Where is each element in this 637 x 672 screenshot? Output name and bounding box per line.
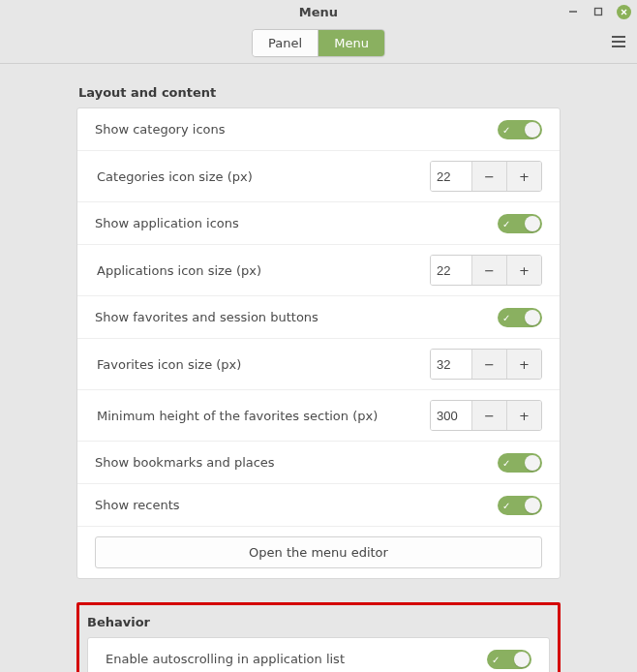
row-show-application-icons: Show application icons ✓ [77, 202, 560, 245]
label-enable-autoscroll: Enable autoscrolling in application list [106, 652, 345, 666]
close-button[interactable] [617, 5, 631, 19]
row-favorites-icon-size: Favorites icon size (px) − + [77, 339, 560, 390]
input-applications-icon-size[interactable] [431, 256, 471, 285]
stepper-minus-icon[interactable]: − [471, 162, 506, 191]
toggle-knob [525, 216, 540, 231]
label-show-recents: Show recents [95, 498, 180, 512]
label-show-bookmarks: Show bookmarks and places [95, 455, 275, 470]
spinner-applications-icon-size: − + [430, 255, 542, 286]
row-show-recents: Show recents ✓ [77, 484, 560, 527]
check-icon: ✓ [502, 500, 510, 510]
label-categories-icon-size: Categories icon size (px) [97, 169, 253, 184]
maximize-button[interactable] [592, 5, 605, 18]
toggle-knob [525, 122, 540, 137]
spinner-favorites-icon-size: − + [430, 349, 542, 380]
label-show-application-icons: Show application icons [95, 216, 239, 230]
toggle-knob [525, 455, 540, 471]
tab-group: Panel Menu [252, 29, 385, 57]
label-show-category-icons: Show category icons [95, 122, 226, 137]
minimize-button[interactable] [566, 5, 580, 18]
label-min-height-fav: Minimum height of the favorites section … [97, 409, 378, 423]
input-min-height-fav[interactable] [431, 401, 471, 430]
toggle-show-recents[interactable]: ✓ [498, 496, 542, 515]
check-icon: ✓ [502, 312, 510, 322]
svg-rect-1 [595, 9, 602, 15]
panel-behavior: Enable autoscrolling in application list… [87, 637, 550, 672]
open-menu-editor-button[interactable]: Open the menu editor [95, 536, 542, 568]
label-favorites-icon-size: Favorites icon size (px) [97, 357, 241, 372]
window-controls [566, 0, 631, 23]
label-applications-icon-size: Applications icon size (px) [97, 263, 261, 278]
section-heading-behavior: Behavior [87, 615, 550, 629]
stepper-plus-icon[interactable]: + [506, 401, 541, 430]
spinner-min-height-fav: − + [430, 400, 542, 431]
highlight-behavior: Behavior Enable autoscrolling in applica… [76, 602, 561, 672]
stepper-minus-icon[interactable]: − [471, 256, 506, 285]
toggle-show-application-icons[interactable]: ✓ [498, 214, 542, 233]
section-heading-layout: Layout and content [78, 85, 561, 100]
row-categories-icon-size: Categories icon size (px) − + [77, 151, 560, 202]
window-title: Menu [299, 5, 338, 19]
input-categories-icon-size[interactable] [431, 162, 471, 191]
toggle-knob [514, 652, 530, 667]
spinner-categories-icon-size: − + [430, 161, 542, 192]
input-favorites-icon-size[interactable] [431, 350, 471, 379]
check-icon: ✓ [502, 457, 510, 468]
row-enable-autoscroll: Enable autoscrolling in application list… [88, 638, 549, 672]
check-icon: ✓ [492, 654, 500, 664]
tab-menu[interactable]: Menu [318, 30, 384, 56]
row-show-category-icons: Show category icons ✓ [77, 108, 560, 151]
toggle-show-bookmarks[interactable]: ✓ [498, 453, 542, 473]
check-icon: ✓ [502, 124, 510, 135]
row-open-menu-editor: Open the menu editor [77, 527, 560, 578]
content-area: Layout and content Show category icons ✓… [0, 64, 637, 672]
row-show-bookmarks: Show bookmarks and places ✓ [77, 442, 560, 484]
stepper-minus-icon[interactable]: − [471, 401, 506, 430]
check-icon: ✓ [502, 218, 510, 229]
label-show-fav-session: Show favorites and session buttons [95, 310, 318, 324]
row-applications-icon-size: Applications icon size (px) − + [77, 245, 560, 296]
stepper-plus-icon[interactable]: + [506, 350, 541, 379]
tab-bar: Panel Menu [0, 23, 637, 64]
row-min-height-fav: Minimum height of the favorites section … [77, 390, 560, 442]
titlebar: Menu [0, 0, 637, 23]
panel-layout: Show category icons ✓ Categories icon si… [76, 107, 561, 579]
toggle-show-category-icons[interactable]: ✓ [498, 120, 542, 139]
hamburger-menu-icon[interactable] [612, 33, 625, 50]
toggle-enable-autoscroll[interactable]: ✓ [487, 650, 531, 669]
stepper-plus-icon[interactable]: + [506, 162, 541, 191]
toggle-show-fav-session[interactable]: ✓ [498, 308, 542, 327]
toggle-knob [525, 498, 540, 513]
row-show-fav-session: Show favorites and session buttons ✓ [77, 296, 560, 339]
tab-panel[interactable]: Panel [253, 30, 318, 56]
stepper-plus-icon[interactable]: + [506, 256, 541, 285]
stepper-minus-icon[interactable]: − [471, 350, 506, 379]
toggle-knob [525, 310, 540, 325]
